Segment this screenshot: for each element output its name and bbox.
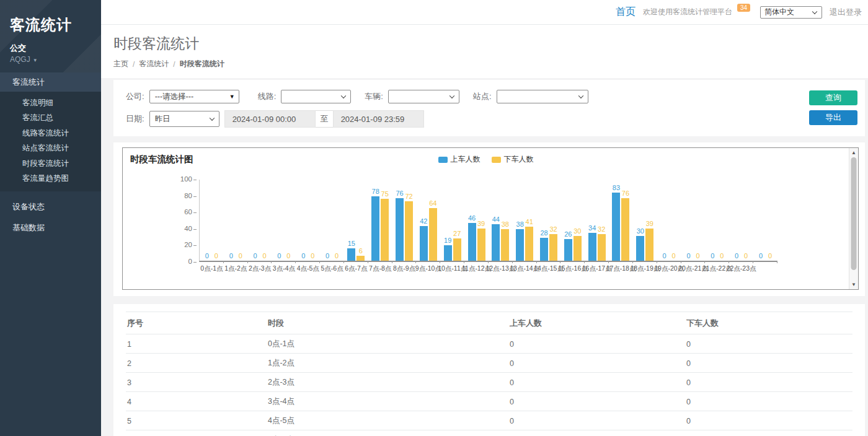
export-button[interactable]: 导出 [809,110,857,125]
logout-link[interactable]: 退出登录 [830,7,862,18]
user-name: AQGJ [10,55,30,64]
chart-scrollbar[interactable]: ▲ ▼ [849,148,858,289]
y-axis-label: 20 [123,241,192,248]
bar-value-label: 0 [326,252,329,259]
sidebar-subitem[interactable]: 时段客流统计 [0,156,101,172]
line-label: 线路: [258,91,277,102]
bar-value-label: 30 [637,227,644,235]
language-value: 简体中文 [764,7,794,17]
breadcrumb-section[interactable]: 客流统计 [139,59,169,69]
home-link[interactable]: 首页 [616,6,636,19]
bar: 41 [525,227,533,261]
bar-value-label: 27 [453,230,461,237]
sidebar-item-passenger-stats[interactable]: 客流统计 [0,72,101,92]
x-axis-label: 5点-6点 [321,264,343,273]
company-select[interactable]: ---请选择--- ▼ [149,90,239,103]
bar: 76 [621,198,629,261]
company-label: 公司: [126,91,144,102]
table-row: 65点-6点00 [126,430,852,436]
table-row: 32点-3点00 [126,373,852,392]
date-range-inputs: 2024-01-09 00:00 至 2024-01-09 23:59 [224,110,424,128]
bar-group: 343216点-17点 [585,180,609,261]
station-select[interactable] [497,90,588,103]
legend-label: 上车人数 [451,154,480,165]
bar-value-label: 0 [263,252,267,259]
bar-group: 002点-3点 [248,180,272,261]
sidebar-logo-area: 客流统计 公交 AQGJ▼ [0,0,101,72]
sidebar-section-label: 基础数据 [12,222,45,233]
scrollbar-thumb[interactable] [851,157,857,270]
x-axis-label: 2点-3点 [249,264,271,273]
scroll-up-icon[interactable]: ▲ [851,150,856,155]
sidebar-item-base-data[interactable]: 基础数据 [0,217,101,238]
table-cell: 5点-6点 [267,430,508,436]
bar-value-label: 42 [420,217,427,225]
bar-value-label: 28 [540,229,547,237]
bar-value-label: 44 [492,216,500,223]
date-range-select[interactable]: 昨日 [149,111,219,127]
bar-value-label: 19 [444,237,451,244]
x-axis-label: 6点-7点 [345,264,367,273]
y-axis-label: 60 [123,208,192,216]
bar-group: 0021点-22点 [705,180,729,261]
vehicle-select[interactable] [388,90,459,103]
bar: 32 [549,234,557,261]
sidebar-subitem[interactable]: 客流量趋势图 [0,172,101,187]
table-header-cell: 上车人数 [508,312,685,334]
bar-value-label: 6 [359,247,363,255]
bar-value-label: 0 [672,252,676,259]
bar: 28 [540,238,548,261]
bar-value-label: 15 [348,240,355,247]
scroll-down-icon[interactable]: ▼ [851,282,856,287]
sidebar-item-device-status[interactable]: 设备状态 [0,196,101,217]
legend-item[interactable]: 上车人数 [438,154,480,165]
legend-label: 下车人数 [504,154,534,165]
bar: 38 [501,229,509,261]
sidebar-subitem[interactable]: 线路客流统计 [0,126,101,141]
bar-group: 76728点-9点 [392,180,417,261]
sidebar-subitem[interactable]: 客流明细 [0,95,101,111]
bar: 46 [468,223,476,261]
table-cell: 1 [126,334,267,354]
bar-group: 303918点-19点 [633,180,657,261]
breadcrumb-current: 时段客流统计 [180,59,224,69]
chevron-down-icon [209,116,214,121]
bar: 76 [396,198,404,261]
language-select[interactable]: 简体中文 [760,6,822,19]
start-datetime-input[interactable]: 2024-01-09 00:00 [224,110,316,128]
sidebar-subitem[interactable]: 站点客流统计 [0,141,101,157]
bar-value-label: 0 [686,252,690,259]
breadcrumb-separator: / [173,60,175,69]
line-select[interactable] [281,90,351,103]
bar-value-label: 0 [744,252,748,259]
query-button[interactable]: 查询 [809,90,857,105]
topbar: 首页 欢迎使用客流统计管理平台 34 简体中文 退出登录 [101,0,868,25]
station-label: 站点: [473,91,492,102]
table-row: 21点-2点00 [126,354,852,373]
bar-value-label: 0 [205,252,209,259]
app-logo: 客流统计 [10,15,92,35]
x-axis-label: 22点-23点 [727,264,756,273]
breadcrumb-home[interactable]: 主页 [113,59,128,69]
date-label: 日期: [126,113,144,124]
bar-group: 42649点-10点 [416,180,440,261]
table-cell: 5 [126,411,267,430]
table-cell: 4点-5点 [267,411,508,430]
bar-group: 192710点-11点 [440,180,464,261]
caret-down-icon: ▼ [33,58,38,63]
table-row: 10点-1点00 [126,334,852,354]
bar-group: 263015点-16点 [560,180,585,261]
table-panel: 序号时段上车人数下车人数 10点-1点0021点-2点0032点-3点0043点… [113,304,865,436]
bar-value-label: 0 [663,252,666,259]
sidebar-subitem[interactable]: 客流汇总 [0,111,101,126]
bar-value-label: 0 [735,252,738,259]
bar: 78 [371,196,379,261]
legend-item[interactable]: 下车人数 [492,154,534,165]
user-menu[interactable]: AQGJ▼ [10,55,92,64]
y-axis-label: 80 [123,192,192,199]
table-cell: 0 [508,354,685,373]
notification-badge[interactable]: 34 [737,4,750,12]
chart-legend: 上车人数下车人数 [123,154,849,165]
table-cell: 0点-1点 [267,334,508,354]
end-datetime-input[interactable]: 2024-01-09 23:59 [333,110,424,128]
